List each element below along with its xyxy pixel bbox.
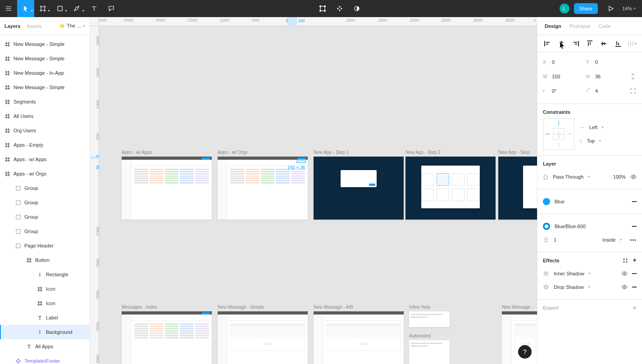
move-tool-icon[interactable]: ▾ bbox=[17, 0, 34, 17]
effect-visibility-icon[interactable] bbox=[621, 270, 628, 277]
constraints-widget[interactable] bbox=[543, 118, 574, 150]
frame-label[interactable]: New Message - bbox=[502, 305, 533, 310]
layer-item[interactable]: All Apps bbox=[0, 339, 90, 354]
menu-icon[interactable] bbox=[0, 0, 17, 17]
canvas-frame[interactable]: Inline HelpLorem ipsum dolor sit amet co… bbox=[409, 311, 450, 327]
effect-styles-icon[interactable] bbox=[623, 258, 628, 263]
canvas-frame[interactable]: AutomatedLorem ipsum dolor sit amet cons… bbox=[409, 340, 450, 364]
remove-stroke-icon[interactable] bbox=[632, 226, 637, 227]
frame-label[interactable]: New App - Step 1 bbox=[314, 150, 349, 155]
layer-item[interactable]: All Users bbox=[0, 109, 90, 123]
pen-tool-icon[interactable]: ▾ bbox=[68, 0, 86, 17]
effect-name[interactable]: Drop Shadow bbox=[554, 284, 584, 290]
help-button[interactable]: ? bbox=[518, 345, 532, 359]
layer-item[interactable]: Group bbox=[0, 210, 90, 224]
canvas-frame[interactable]: New App - Step 1 bbox=[314, 157, 404, 220]
y-input[interactable]: 0 bbox=[595, 59, 598, 65]
zoom-control[interactable]: 14% ▾ bbox=[619, 6, 642, 11]
tab-assets[interactable]: Assets bbox=[27, 23, 41, 29]
canvas-frame[interactable]: Messages - Index bbox=[122, 311, 212, 364]
canvas[interactable]: -2500-2500-2000-1500-1000-50001501000150… bbox=[90, 17, 537, 364]
w-input[interactable]: 150 bbox=[552, 74, 560, 79]
remove-fill-icon[interactable] bbox=[632, 201, 637, 202]
layer-item[interactable]: New Message - Simple bbox=[0, 51, 90, 66]
opacity-input[interactable]: 100% bbox=[613, 174, 626, 180]
fill-swatch[interactable] bbox=[543, 198, 550, 205]
layer-item[interactable]: Group bbox=[0, 195, 90, 210]
canvas-frame[interactable]: New App - Step 2 bbox=[405, 157, 496, 220]
layer-item[interactable]: Group bbox=[0, 224, 90, 238]
stroke-weight-input[interactable]: 1 bbox=[554, 237, 556, 243]
layer-item[interactable]: New Message - Simple bbox=[0, 80, 90, 94]
align-vcenter-icon[interactable] bbox=[598, 38, 609, 49]
component-icon[interactable] bbox=[331, 0, 348, 17]
stroke-align-select[interactable]: Inside bbox=[602, 237, 615, 243]
canvas-frame[interactable]: Apps - w/ Apps bbox=[122, 157, 212, 220]
blend-mode-select[interactable]: Pass Through ▾ bbox=[543, 170, 590, 184]
page-selector[interactable]: ⭐️ The … ▾ bbox=[59, 23, 85, 29]
rotation-input[interactable]: 0° bbox=[552, 88, 557, 94]
layer-item[interactable]: New Message - Simple bbox=[0, 37, 90, 51]
layer-item[interactable]: Apps - w/ Orgs bbox=[0, 166, 90, 181]
layer-item[interactable]: Icon bbox=[0, 282, 90, 296]
frame-label[interactable]: Inline Help bbox=[409, 305, 430, 310]
layer-item[interactable]: New Message - In-App bbox=[0, 66, 90, 80]
layer-item[interactable]: Button bbox=[0, 253, 90, 267]
layer-item[interactable]: Group bbox=[0, 181, 90, 195]
effect-visibility-icon[interactable] bbox=[621, 284, 628, 290]
visibility-icon[interactable] bbox=[630, 174, 637, 180]
constraint-h-select[interactable]: ↔Left▾ bbox=[580, 121, 637, 134]
align-hcenter-icon[interactable] bbox=[556, 38, 567, 49]
constrain-proportions-icon[interactable] bbox=[629, 73, 637, 80]
canvas-inner[interactable]: Apps - w/ AppsApps - w/ Orgs150 × 36New … bbox=[99, 26, 537, 364]
frame-label[interactable]: New App - Step bbox=[498, 150, 529, 155]
canvas-frame[interactable]: New App - Step bbox=[498, 157, 537, 220]
user-avatar[interactable]: L bbox=[560, 4, 569, 13]
frame-label[interactable]: New Message - A/B bbox=[314, 305, 353, 310]
present-icon[interactable] bbox=[602, 0, 619, 17]
share-button[interactable]: Share bbox=[574, 3, 598, 14]
constraint-v-select[interactable]: ↕Top▾ bbox=[580, 134, 637, 148]
stroke-swatch[interactable] bbox=[543, 223, 550, 230]
remove-effect-icon[interactable] bbox=[632, 287, 637, 288]
text-tool-icon[interactable] bbox=[86, 0, 103, 17]
layer-item[interactable]: Background bbox=[0, 325, 90, 339]
tab-prototype[interactable]: Prototype bbox=[569, 23, 591, 29]
layer-item[interactable]: Page Header bbox=[0, 238, 90, 253]
layer-item[interactable]: Apps - w/ Apps bbox=[0, 152, 90, 166]
layer-item[interactable]: Rectangle bbox=[0, 267, 90, 282]
layer-item[interactable]: Icon bbox=[0, 296, 90, 310]
edit-object-icon[interactable] bbox=[314, 0, 331, 17]
align-right-icon[interactable] bbox=[570, 38, 581, 49]
tab-layers[interactable]: Layers bbox=[5, 23, 20, 29]
independent-corners-icon[interactable] bbox=[629, 88, 637, 94]
effect-settings-icon[interactable] bbox=[543, 284, 549, 290]
remove-effect-icon[interactable] bbox=[632, 273, 637, 274]
add-export-icon[interactable]: + bbox=[633, 306, 637, 310]
tab-code[interactable]: Code bbox=[599, 23, 610, 29]
align-top-icon[interactable] bbox=[584, 38, 595, 49]
h-input[interactable]: 36 bbox=[595, 74, 601, 79]
comment-tool-icon[interactable] bbox=[103, 0, 120, 17]
frame-label[interactable]: Automated bbox=[409, 333, 431, 338]
effect-settings-icon[interactable] bbox=[543, 270, 549, 277]
align-bottom-icon[interactable] bbox=[613, 38, 624, 49]
shape-tool-icon[interactable]: ▾ bbox=[51, 0, 68, 17]
distribute-icon[interactable]: ▾ bbox=[627, 38, 637, 49]
canvas-frame[interactable]: New Message - A/B11:17 bbox=[314, 311, 404, 364]
layers-list[interactable]: New Message - SimpleNew Message - Simple… bbox=[0, 35, 90, 364]
layer-item[interactable]: Segments bbox=[0, 94, 90, 109]
x-input[interactable]: 0 bbox=[552, 59, 555, 65]
effect-name[interactable]: Inner Shadow bbox=[554, 271, 584, 276]
layer-item[interactable]: Org Users bbox=[0, 123, 90, 138]
frame-tool-icon[interactable]: ▾ bbox=[34, 0, 51, 17]
canvas-frame[interactable]: New Message - Simple11:17 bbox=[218, 311, 308, 364]
stroke-more-icon[interactable]: ••• bbox=[630, 237, 637, 243]
tab-design[interactable]: Design bbox=[545, 23, 561, 29]
mask-icon[interactable] bbox=[348, 0, 365, 17]
frame-label[interactable]: New Message - Simple bbox=[218, 305, 264, 310]
radius-input[interactable]: 4 bbox=[595, 88, 598, 94]
frame-label[interactable]: New App - Step 2 bbox=[405, 150, 441, 155]
layer-item[interactable]: Template/Footer bbox=[0, 354, 90, 364]
add-effect-icon[interactable]: + bbox=[633, 258, 637, 263]
